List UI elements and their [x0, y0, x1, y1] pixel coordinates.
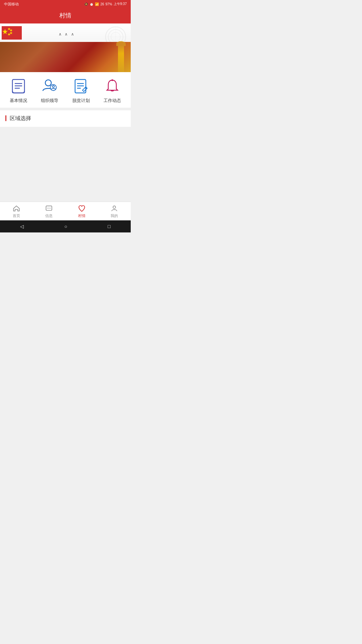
bell-icon	[104, 78, 121, 94]
system-nav-bar: ◁ ○ □	[0, 220, 131, 232]
region-section: 区域选择	[0, 110, 131, 127]
org-label: 组织领导	[41, 98, 58, 104]
person-icon	[110, 205, 118, 212]
document-icon	[10, 78, 27, 94]
icon-org[interactable]: 组织领导	[36, 77, 63, 104]
plan-label: 脱贫计划	[72, 98, 90, 104]
home-icon	[12, 205, 20, 212]
dynamic-label: 工作动态	[104, 98, 121, 104]
banner: ∧ ∧ ∧	[0, 23, 131, 72]
info-nav-label: 信息	[45, 213, 53, 218]
page-title: 村情	[59, 12, 71, 19]
basic-label: 基本情况	[10, 98, 27, 104]
status-bar: 中国移动 🔕 ⏰ 📶 26 97% 上午9:37	[0, 0, 131, 8]
battery-label: 97%	[106, 2, 112, 6]
wifi-icon: 📶	[95, 2, 99, 6]
org-icon-box	[40, 77, 59, 95]
plan-icon-box	[72, 77, 90, 95]
icons-grid: 基本情况 组织领导 脱贫计划	[0, 72, 131, 108]
recent-button[interactable]: □	[108, 224, 110, 229]
bottom-nav: 首页 信息 村情 我的	[0, 202, 131, 220]
status-right: 🔕 ⏰ 📶 26 97% 上午9:37	[84, 2, 127, 6]
svg-point-26	[49, 208, 49, 208]
alarm-icon: ⏰	[89, 2, 94, 6]
mine-nav-label: 我的	[111, 213, 118, 218]
svg-point-15	[45, 80, 51, 86]
heart-icon	[78, 205, 86, 212]
banner-scene	[0, 42, 131, 72]
nav-home[interactable]: 首页	[3, 205, 30, 218]
time-label: 上午9:37	[114, 2, 127, 6]
icon-basic[interactable]: 基本情况	[5, 77, 32, 104]
page-header: 村情	[0, 8, 131, 23]
icon-dynamic[interactable]: 工作动态	[99, 77, 126, 104]
svg-point-28	[113, 206, 116, 209]
signal-label: 26	[100, 2, 104, 6]
nav-mine[interactable]: 我的	[101, 205, 128, 218]
birds-decoration: ∧ ∧ ∧	[59, 32, 75, 37]
chat-icon	[45, 205, 53, 212]
svg-point-23	[112, 79, 113, 81]
svg-point-25	[47, 208, 48, 208]
basic-icon-box	[9, 77, 28, 95]
region-title: 区域选择	[5, 115, 31, 121]
nav-village[interactable]: 村情	[68, 205, 95, 218]
icon-plan[interactable]: 脱贫计划	[68, 77, 95, 104]
back-button[interactable]: ◁	[20, 224, 24, 229]
home-nav-label: 首页	[13, 213, 20, 218]
edit-doc-icon	[72, 78, 90, 94]
svg-point-27	[50, 208, 51, 208]
person-badge-icon	[41, 78, 58, 94]
nav-info[interactable]: 信息	[36, 205, 62, 218]
dynamic-icon-box	[103, 77, 122, 95]
home-button[interactable]: ○	[64, 224, 67, 229]
mute-icon: 🔕	[84, 2, 88, 6]
flag-icon	[2, 26, 22, 40]
village-nav-label: 村情	[78, 213, 85, 218]
carrier-label: 中国移动	[4, 2, 19, 7]
